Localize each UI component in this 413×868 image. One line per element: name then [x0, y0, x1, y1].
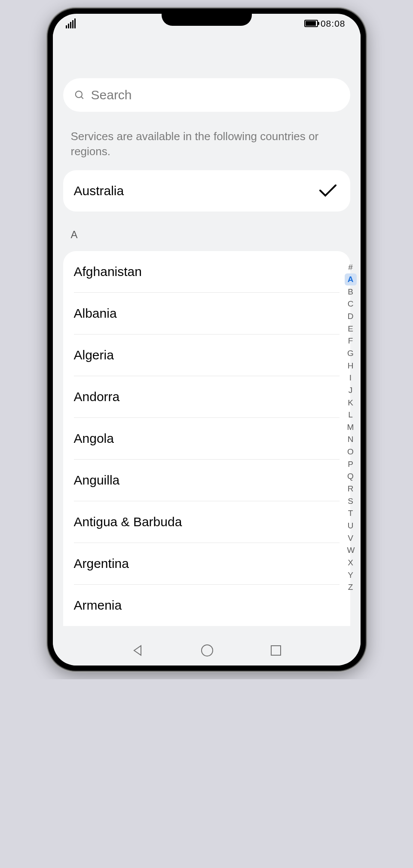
alpha-index-letter[interactable]: E: [345, 322, 357, 335]
alpha-index-letter[interactable]: B: [345, 285, 357, 298]
square-recents-icon: [270, 644, 282, 656]
svg-point-3: [202, 645, 213, 656]
section-letter: A: [53, 229, 361, 241]
alpha-index-letter[interactable]: S: [345, 495, 357, 507]
alpha-index-letter[interactable]: D: [345, 310, 357, 323]
alpha-index-letter[interactable]: A: [345, 273, 357, 286]
alpha-index-letter[interactable]: R: [345, 483, 357, 495]
alpha-index-letter[interactable]: G: [345, 347, 357, 359]
country-item[interactable]: Afghanistan: [63, 251, 350, 292]
nav-recents-button[interactable]: [270, 644, 282, 656]
triangle-back-icon: [132, 644, 144, 657]
alpha-index-letter[interactable]: J: [345, 384, 357, 396]
svg-rect-4: [271, 646, 281, 655]
selected-country-card[interactable]: Australia: [63, 170, 350, 212]
country-item[interactable]: Antigua & Barbuda: [63, 501, 350, 543]
notch: [162, 9, 252, 26]
status-time: 08:08: [321, 18, 346, 29]
screen-content: Search Services are available in the fol…: [53, 33, 361, 635]
svg-marker-2: [134, 646, 141, 655]
alpha-index-letter[interactable]: Q: [345, 470, 357, 483]
alpha-index-letter[interactable]: F: [345, 335, 357, 347]
alpha-index-letter[interactable]: #: [345, 261, 357, 273]
alpha-index-letter[interactable]: N: [345, 433, 357, 446]
alpha-index-letter[interactable]: H: [345, 359, 357, 372]
checkmark-icon: [318, 184, 337, 198]
country-item[interactable]: Angola: [63, 418, 350, 459]
alpha-index-letter[interactable]: P: [345, 458, 357, 470]
country-item[interactable]: Anguilla: [63, 460, 350, 501]
country-item[interactable]: Andorra: [63, 376, 350, 417]
search-icon: [74, 89, 85, 101]
alpha-index[interactable]: #ABCDEFGHIJKLMNOPQRSTUVWXYZ: [343, 261, 359, 593]
alpha-index-letter[interactable]: K: [345, 396, 357, 409]
country-item[interactable]: Armenia: [63, 585, 350, 626]
svg-line-1: [81, 97, 83, 99]
phone-frame: 08:08 Search Services are available in t…: [48, 9, 366, 671]
selected-country-label: Australia: [74, 184, 124, 198]
description-text: Services are available in the following …: [53, 129, 361, 159]
country-item[interactable]: Argentina: [63, 543, 350, 584]
country-item[interactable]: Albania: [63, 293, 350, 334]
battery-icon: [304, 20, 318, 27]
alpha-index-letter[interactable]: L: [345, 409, 357, 421]
alpha-index-letter[interactable]: U: [345, 519, 357, 532]
search-placeholder: Search: [91, 88, 132, 102]
search-input[interactable]: Search: [63, 78, 350, 112]
alpha-index-letter[interactable]: C: [345, 298, 357, 310]
alpha-index-letter[interactable]: M: [345, 421, 357, 433]
search-container: Search: [53, 78, 361, 112]
alpha-index-letter[interactable]: Y: [345, 569, 357, 581]
nav-back-button[interactable]: [132, 644, 144, 657]
signal-strength-icon: [66, 18, 76, 28]
svg-point-0: [75, 91, 82, 98]
country-list: AfghanistanAlbaniaAlgeriaAndorraAngolaAn…: [63, 251, 350, 626]
alpha-index-letter[interactable]: I: [345, 372, 357, 384]
country-item[interactable]: Algeria: [63, 334, 350, 376]
alpha-index-letter[interactable]: T: [345, 507, 357, 520]
status-right: 08:08: [304, 18, 346, 29]
alpha-index-letter[interactable]: V: [345, 532, 357, 544]
alpha-index-letter[interactable]: O: [345, 446, 357, 458]
alpha-index-letter[interactable]: X: [345, 556, 357, 569]
circle-home-icon: [200, 644, 214, 657]
alpha-index-letter[interactable]: W: [345, 544, 357, 557]
nav-bar: [53, 635, 361, 666]
phone-screen: 08:08 Search Services are available in t…: [53, 14, 361, 666]
alpha-index-letter[interactable]: Z: [345, 581, 357, 594]
nav-home-button[interactable]: [200, 644, 214, 657]
